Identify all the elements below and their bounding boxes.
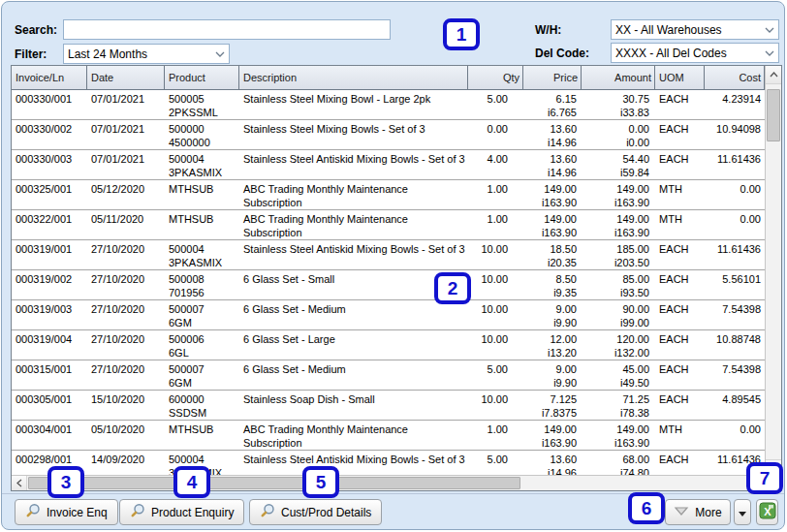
cell-price: 7.125i7.8375 <box>523 391 582 420</box>
cell-uom: EACH <box>655 330 705 360</box>
cell-product: MTHSUB <box>165 210 239 239</box>
callout-3: 3 <box>47 466 84 498</box>
cell-uom: MTH <box>655 210 705 239</box>
cell-qty: 0.00 <box>468 120 523 149</box>
vertical-scrollbar[interactable] <box>765 66 781 475</box>
horizontal-scrollbar[interactable] <box>12 475 765 490</box>
cell-price: 18.50i20.35 <box>523 240 582 269</box>
cell-date: 14/09/2020 <box>87 451 165 475</box>
cell-uom: EACH <box>655 360 705 390</box>
cell-cost: 10.94098 <box>705 120 765 149</box>
search-label: Search: <box>15 23 57 37</box>
cell-cost: 4.23914 <box>705 90 765 119</box>
cell-product: 5000052PKSSML <box>165 90 239 119</box>
cell-uom: MTH <box>655 421 705 450</box>
cell-amount: 120.00i132.00 <box>582 330 655 360</box>
cell-amount: 54.40i59.84 <box>582 150 655 179</box>
column-header-description[interactable]: Description <box>239 66 468 89</box>
cell-cost: 11.61436 <box>705 150 765 179</box>
search-input[interactable] <box>63 19 391 40</box>
cell-date: 27/10/2020 <box>87 300 165 329</box>
callout-2: 2 <box>434 272 471 304</box>
column-header-product[interactable]: Product <box>165 66 239 89</box>
invoice-enq-button[interactable]: Invoice Enq <box>15 499 118 525</box>
del-code-select[interactable]: XXXX - All Del Codes <box>611 43 779 63</box>
cell-cost: 7.54398 <box>705 300 765 329</box>
cell-price: 9.00i9.90 <box>523 300 582 329</box>
table-row[interactable]: 000330/00207/01/20215000004500000Stainle… <box>12 120 765 150</box>
column-header-qty[interactable]: Qty <box>468 66 523 89</box>
table-row[interactable]: 000322/00105/11/2020MTHSUBABC Trading Mo… <box>12 210 765 240</box>
filter-select-value: Last 24 Months <box>64 47 211 61</box>
table-row[interactable]: 000319/00127/10/20205000043PKASMIXStainl… <box>12 240 765 270</box>
cell-product: MTHSUB <box>165 421 239 450</box>
cell-amount: 149.00i163.90 <box>582 180 655 209</box>
column-header-invoice-ln[interactable]: Invoice/Ln <box>12 66 87 89</box>
cust-prod-details-button[interactable]: Cust/Prod Details <box>249 499 382 525</box>
export-excel-button[interactable]: X <box>756 499 778 525</box>
cell-uom: EACH <box>655 150 705 179</box>
cell-invoice: 000330/002 <box>12 120 87 149</box>
cell-qty: 10.00 <box>468 270 523 299</box>
horizontal-scrollbar-thumb[interactable] <box>28 477 520 489</box>
cell-uom: MTH <box>655 180 705 209</box>
del-code-label: Del Code: <box>535 47 589 60</box>
cell-price: 149.00i163.90 <box>523 210 582 239</box>
cell-product: 5000043PKASMIX <box>165 240 239 269</box>
cell-invoice: 000319/003 <box>12 300 87 329</box>
cell-price: 149.00i163.90 <box>523 180 582 209</box>
cell-amount: 90.00i99.00 <box>582 300 655 329</box>
column-header-amount[interactable]: Amount <box>582 66 655 89</box>
cell-date: 07/01/2021 <box>87 90 165 119</box>
table-row[interactable]: 000319/00427/10/20205000066GL6 Glass Set… <box>12 330 765 360</box>
warehouse-select[interactable]: XX - All Warehouses <box>611 19 779 40</box>
table-row[interactable]: 000304/00105/10/2020MTHSUBABC Trading Mo… <box>12 421 765 451</box>
column-header-date[interactable]: Date <box>87 66 165 89</box>
cell-invoice: 000325/001 <box>12 180 87 209</box>
cell-invoice: 000305/001 <box>12 391 87 420</box>
warehouse-select-value: XX - All Warehouses <box>612 23 761 37</box>
cell-description: ABC Trading Monthly Maintenance Subscrip… <box>239 210 468 239</box>
vertical-scrollbar-thumb[interactable] <box>767 89 780 141</box>
scroll-left-button[interactable] <box>12 476 27 490</box>
filter-select[interactable]: Last 24 Months <box>63 44 230 64</box>
column-header-cost[interactable]: Cost <box>705 66 765 89</box>
magnifier-icon <box>130 503 145 521</box>
cell-cost: 0.00 <box>705 180 765 209</box>
cell-invoice: 000319/001 <box>12 240 87 269</box>
table-row[interactable]: 000330/00107/01/20215000052PKSSMLStainle… <box>12 90 765 120</box>
cell-qty: 5.00 <box>468 451 523 475</box>
product-enquiry-button[interactable]: Product Enquiry <box>119 499 244 525</box>
table-row[interactable]: 000325/00105/12/2020MTHSUBABC Trading Mo… <box>12 180 765 210</box>
table-row[interactable]: 000319/00327/10/20205000076GM6 Glass Set… <box>12 300 765 330</box>
cell-description: 6 Glass Set - Large <box>239 330 468 360</box>
cell-cost: 11.61436 <box>705 240 765 269</box>
cell-price: 12.00i13.20 <box>523 330 582 360</box>
column-header-uom[interactable]: UOM <box>655 66 705 89</box>
cell-date: 05/10/2020 <box>87 421 165 450</box>
more-button[interactable]: More <box>665 499 731 525</box>
cell-price: 13.60i14.96 <box>523 150 582 179</box>
table-row[interactable]: 000315/00127/10/20205000076GM6 Glass Set… <box>12 360 765 391</box>
scroll-up-button[interactable] <box>766 66 781 84</box>
table-row[interactable]: 000330/00307/01/20215000043PKASMIXStainl… <box>12 150 765 180</box>
cell-qty: 10.00 <box>468 240 523 269</box>
enquiry-window: Search: Filter: Last 24 Months W/H: XX -… <box>1 1 785 530</box>
table-row[interactable]: 000319/00227/10/20205000087019566 Glass … <box>12 270 765 300</box>
cell-cost: 5.56101 <box>705 270 765 299</box>
cell-product: 5000076GM <box>165 360 239 390</box>
cell-product: 5000004500000 <box>165 120 239 149</box>
cell-date: 27/10/2020 <box>87 330 165 360</box>
cell-amount: 149.00i163.90 <box>582 421 655 450</box>
filter-label: Filter: <box>15 47 47 61</box>
table-row[interactable]: 000298/00114/09/20205000043PKASMIXStainl… <box>12 451 765 475</box>
table-row[interactable]: 000305/00115/10/2020600000SSDSMStainless… <box>12 391 765 421</box>
cell-date: 05/12/2020 <box>87 180 165 209</box>
more-label: More <box>695 506 721 519</box>
cell-qty: 1.00 <box>468 210 523 239</box>
cell-invoice: 000330/001 <box>12 90 87 119</box>
column-header-price[interactable]: Price <box>523 66 582 89</box>
cell-uom: EACH <box>655 451 705 475</box>
more-dropdown-button[interactable] <box>734 499 751 525</box>
cell-uom: EACH <box>655 270 705 299</box>
